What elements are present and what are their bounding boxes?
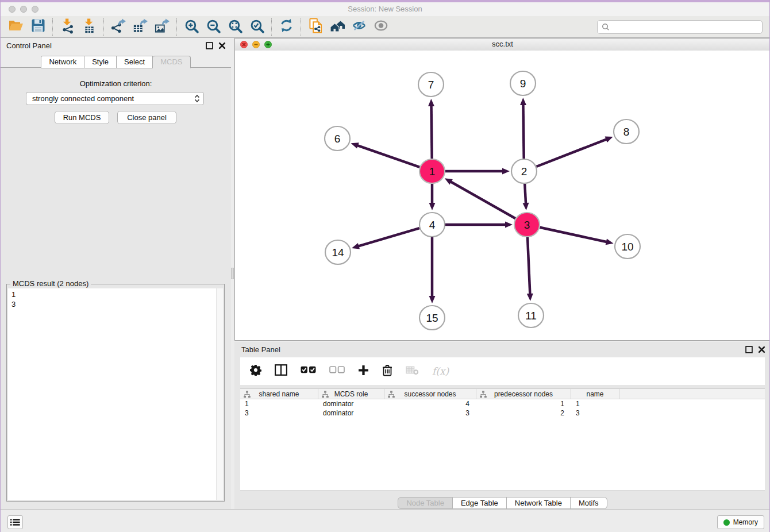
graph-node-4[interactable]: 4 bbox=[419, 213, 445, 237]
hide-panels-button[interactable] bbox=[348, 18, 370, 36]
graph-edge-1-7[interactable] bbox=[432, 104, 432, 159]
graph-node-6[interactable]: 6 bbox=[325, 126, 350, 151]
close-panel-icon[interactable] bbox=[218, 42, 226, 49]
graph-node-10[interactable]: 10 bbox=[615, 234, 640, 259]
tab-network-table[interactable]: Network Table bbox=[507, 497, 571, 509]
network-overview-button[interactable] bbox=[326, 18, 348, 36]
window-title: Session: New Session bbox=[1, 2, 769, 16]
import-network-button[interactable] bbox=[56, 18, 78, 36]
deselect-all-button[interactable] bbox=[329, 366, 345, 376]
graph-node-14[interactable]: 14 bbox=[325, 240, 351, 264]
search-field[interactable] bbox=[597, 20, 763, 34]
add-row-icon bbox=[358, 365, 369, 378]
network-close-icon[interactable] bbox=[240, 41, 248, 48]
table-cell[interactable]: 2 bbox=[476, 408, 571, 418]
splitter-grip[interactable] bbox=[231, 268, 234, 279]
graph-edge-arrow bbox=[527, 294, 533, 301]
network-maximize-icon[interactable] bbox=[264, 41, 272, 48]
export-image-button[interactable] bbox=[151, 18, 173, 36]
refresh-button[interactable] bbox=[275, 18, 297, 36]
maximize-window-icon[interactable] bbox=[32, 6, 38, 13]
delete-table-button bbox=[406, 365, 419, 377]
duplicate-network-button[interactable] bbox=[305, 18, 326, 36]
table-row[interactable]: 3dominator323 bbox=[240, 408, 765, 418]
graph-node-3[interactable]: 3 bbox=[514, 213, 540, 237]
minimize-window-icon[interactable] bbox=[20, 6, 27, 13]
float-table-panel-icon[interactable] bbox=[745, 346, 753, 353]
task-history-button[interactable] bbox=[7, 515, 23, 529]
graph-node-15[interactable]: 15 bbox=[419, 306, 445, 330]
close-panel-button[interactable]: Close panel bbox=[117, 111, 176, 124]
tab-select[interactable]: Select bbox=[117, 56, 153, 68]
graph-edge-arrow bbox=[520, 98, 526, 105]
delete-row-button[interactable] bbox=[382, 364, 392, 379]
graph-edge-3-10[interactable] bbox=[540, 228, 609, 242]
zoom-fit-button[interactable] bbox=[224, 18, 246, 36]
tab-edge-table[interactable]: Edge Table bbox=[453, 497, 507, 509]
tab-node-table[interactable]: Node Table bbox=[398, 497, 453, 509]
graph-node-2[interactable]: 2 bbox=[511, 159, 537, 183]
save-session-button[interactable] bbox=[27, 18, 49, 36]
table-cell[interactable]: dominator bbox=[318, 408, 384, 418]
table-cell[interactable]: 1 bbox=[571, 399, 619, 408]
graph-node-9[interactable]: 9 bbox=[510, 71, 536, 95]
close-table-panel-icon[interactable] bbox=[758, 346, 765, 353]
graph-node-7[interactable]: 7 bbox=[418, 72, 444, 97]
add-row-button[interactable] bbox=[358, 365, 369, 378]
mcds-result-groupbox: MCDS result (2 nodes) 1 3 bbox=[6, 284, 225, 502]
graph-node-11[interactable]: 11 bbox=[518, 303, 544, 327]
column-header-predecessor-nodes[interactable]: predecessor nodes bbox=[476, 389, 571, 399]
float-panel-icon[interactable] bbox=[206, 42, 213, 49]
graph-edge-3-11[interactable] bbox=[528, 237, 530, 296]
select-all-button[interactable] bbox=[301, 366, 316, 376]
search-input[interactable] bbox=[613, 22, 762, 32]
table-cell[interactable]: 1 bbox=[240, 399, 318, 408]
zoom-in-button[interactable] bbox=[180, 18, 202, 36]
memory-button[interactable]: Memory bbox=[717, 515, 764, 529]
network-canvas[interactable]: 7968124314101511 bbox=[235, 51, 770, 340]
table-cell[interactable]: 3 bbox=[240, 408, 318, 418]
tab-mcds[interactable]: MCDS bbox=[153, 56, 190, 68]
network-window-titlebar[interactable]: scc.txt bbox=[235, 38, 770, 51]
graph-edge-2-9[interactable] bbox=[523, 103, 523, 159]
tab-style[interactable]: Style bbox=[84, 56, 117, 68]
graph-edge-2-8[interactable] bbox=[536, 138, 608, 167]
export-network-button[interactable] bbox=[107, 18, 129, 36]
column-header-successor-nodes[interactable]: successor nodes bbox=[384, 389, 476, 399]
table-cell[interactable]: 4 bbox=[384, 399, 476, 408]
column-header-MCDS-role[interactable]: MCDS role bbox=[318, 389, 384, 399]
table-row[interactable]: 1dominator411 bbox=[240, 399, 765, 408]
memory-status-dot bbox=[723, 519, 730, 526]
gear-button[interactable] bbox=[250, 364, 261, 378]
criterion-select[interactable]: strongly connected component bbox=[26, 92, 204, 105]
network-minimize-icon[interactable] bbox=[252, 41, 260, 48]
zoom-selected-button[interactable] bbox=[246, 18, 268, 36]
column-view-button[interactable] bbox=[275, 364, 287, 378]
table-cell[interactable]: 3 bbox=[571, 408, 619, 418]
table-cell[interactable]: 3 bbox=[384, 408, 476, 418]
tab-motifs[interactable]: Motifs bbox=[571, 497, 607, 509]
column-header-name[interactable]: name bbox=[571, 389, 619, 399]
graph-edge-4-14[interactable] bbox=[357, 228, 419, 246]
table-cell[interactable]: dominator bbox=[318, 399, 384, 408]
graph-edge-1-6[interactable] bbox=[356, 145, 419, 167]
result-scrollbar[interactable] bbox=[216, 288, 223, 500]
graph-edge-arrow bbox=[502, 168, 510, 175]
graph-edge-3-1[interactable] bbox=[449, 181, 515, 219]
gear-icon bbox=[250, 364, 261, 378]
tab-network[interactable]: Network bbox=[41, 56, 84, 68]
import-table-button[interactable] bbox=[78, 18, 100, 36]
graph-node-8[interactable]: 8 bbox=[614, 119, 639, 144]
graph-node-1[interactable]: 1 bbox=[419, 159, 445, 183]
export-table-button[interactable] bbox=[129, 18, 151, 36]
show-panels-button[interactable] bbox=[370, 18, 392, 36]
criterion-selected-value: strongly connected component bbox=[32, 94, 194, 103]
open-session-button[interactable] bbox=[5, 18, 27, 36]
zoom-out-button[interactable] bbox=[202, 18, 224, 36]
run-mcds-button[interactable]: Run MCDS bbox=[55, 111, 109, 124]
mcds-result-text[interactable]: 1 3 bbox=[8, 288, 223, 500]
table-cell[interactable]: 1 bbox=[476, 399, 571, 408]
close-window-icon[interactable] bbox=[9, 6, 16, 13]
graph-edge-2-3[interactable] bbox=[525, 184, 526, 205]
column-header-shared-name[interactable]: shared name bbox=[240, 389, 318, 399]
